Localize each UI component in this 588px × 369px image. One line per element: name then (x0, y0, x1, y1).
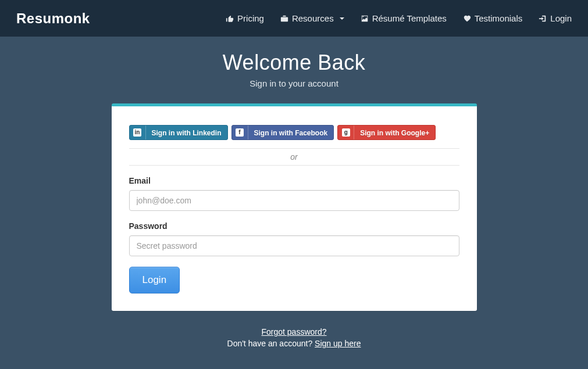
password-label: Password (129, 221, 459, 231)
nav-login-label: Login (550, 13, 572, 23)
nav-templates[interactable]: Résumé Templates (361, 13, 447, 23)
linkedin-icon: in (130, 126, 146, 139)
chevron-down-icon (340, 17, 344, 20)
hero: Welcome Back Sign in to your account (0, 37, 588, 103)
nav-testimonials[interactable]: Testimonials (463, 13, 523, 23)
below-card-links: Forgot password? Don't have an account? … (0, 327, 588, 348)
google-plus-icon: g (338, 126, 354, 139)
social-login-row: in Sign in with Linkedin f Sign in with … (129, 125, 459, 140)
signin-facebook-button[interactable]: f Sign in with Facebook (231, 125, 334, 140)
picture-icon (361, 15, 369, 23)
login-card: in Sign in with Linkedin f Sign in with … (112, 103, 477, 311)
signup-prompt-text: Don't have an account? (227, 339, 315, 348)
navbar: Resumonk Pricing Resources Résumé Templa… (0, 0, 588, 37)
or-divider: or (129, 148, 459, 166)
nav-resources-label: Resources (292, 13, 334, 23)
briefcase-icon (280, 15, 288, 23)
facebook-icon: f (232, 126, 248, 139)
brand-logo[interactable]: Resumonk (16, 10, 90, 27)
signup-link[interactable]: Sign up here (315, 339, 361, 348)
thumbs-up-icon (226, 15, 234, 23)
forgot-password-link[interactable]: Forgot password? (261, 327, 326, 336)
page-title: Welcome Back (0, 51, 588, 75)
nav-pricing-label: Pricing (237, 13, 264, 23)
nav-login[interactable]: Login (539, 13, 572, 23)
nav-links: Pricing Resources Résumé Templates Testi… (226, 13, 572, 23)
signin-linkedin-label: Sign in with Linkedin (146, 126, 227, 139)
nav-templates-label: Résumé Templates (372, 13, 447, 23)
nav-pricing[interactable]: Pricing (226, 13, 264, 23)
password-input[interactable] (129, 235, 459, 256)
signin-facebook-label: Sign in with Facebook (248, 126, 334, 139)
signin-google-label: Sign in with Google+ (354, 126, 435, 139)
nav-testimonials-label: Testimonials (475, 13, 523, 23)
login-icon (539, 15, 547, 23)
signup-prompt: Don't have an account? Sign up here (0, 339, 588, 348)
signin-google-button[interactable]: g Sign in with Google+ (337, 125, 436, 140)
signin-linkedin-button[interactable]: in Sign in with Linkedin (129, 125, 228, 140)
login-button[interactable]: Login (129, 267, 180, 293)
page-subtitle: Sign in to your account (0, 78, 588, 88)
email-input[interactable] (129, 190, 459, 211)
heart-icon (463, 15, 471, 23)
email-label: Email (129, 176, 459, 185)
nav-resources[interactable]: Resources (280, 13, 344, 23)
